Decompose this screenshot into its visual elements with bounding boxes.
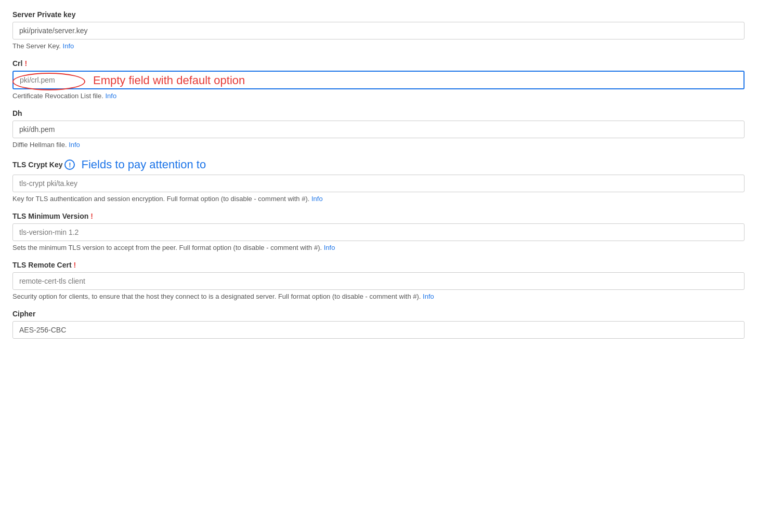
circle-exclamation-tls-crypt: !: [64, 159, 75, 170]
crl-input-container: Empty field with default option: [12, 71, 745, 89]
info-link-tls-crypt-key[interactable]: Info: [311, 195, 323, 203]
field-tls-remote-cert: TLS Remote Cert ! Security option for cl…: [12, 261, 745, 300]
info-link-crl[interactable]: Info: [105, 92, 116, 100]
desc-server-private-key: The Server Key. Info: [12, 42, 745, 50]
field-server-private-key: Server Private key The Server Key. Info: [12, 10, 745, 50]
input-crl[interactable]: [12, 71, 745, 89]
field-dh: Dh Diffie Hellman file. Info: [12, 109, 745, 149]
label-tls-remote-cert: TLS Remote Cert !: [12, 261, 745, 269]
label-tls-min-version: TLS Minimum Version !: [12, 212, 745, 220]
field-tls-crypt-key: TLS Crypt Key ! Fields to pay attention …: [12, 158, 745, 203]
info-link-tls-min-version[interactable]: Info: [324, 244, 335, 251]
exclamation-tls-min: !: [90, 212, 93, 220]
exclamation-tls-remote: !: [74, 261, 76, 269]
desc-tls-crypt-key: Key for TLS authentication and session e…: [12, 195, 745, 203]
info-link-tls-remote-cert[interactable]: Info: [423, 292, 434, 300]
label-crl: Crl !: [12, 59, 745, 68]
form-container: Server Private key The Server Key. Info …: [12, 10, 745, 339]
exclamation-crl: !: [24, 59, 27, 68]
field-crl: Crl ! Empty field with default option Ce…: [12, 59, 745, 100]
annotation-tls-crypt: Fields to pay attention to: [81, 158, 206, 171]
label-cipher: Cipher: [12, 310, 745, 318]
desc-dh: Diffie Hellman file. Info: [12, 141, 745, 149]
input-cipher[interactable]: [12, 321, 745, 339]
label-tls-crypt-key: TLS Crypt Key ! Fields to pay attention …: [12, 158, 745, 171]
desc-crl: Certificate Revocation List file. Info: [12, 92, 745, 100]
label-dh: Dh: [12, 109, 745, 117]
input-server-private-key[interactable]: [12, 22, 745, 39]
desc-tls-remote-cert: Security option for clients, to ensure t…: [12, 292, 745, 300]
info-link-server-private-key[interactable]: Info: [63, 42, 74, 50]
input-tls-min-version[interactable]: [12, 223, 745, 241]
field-cipher: Cipher: [12, 310, 745, 339]
desc-tls-min-version: Sets the minimum TLS version to accept f…: [12, 244, 745, 251]
label-server-private-key: Server Private key: [12, 10, 745, 19]
input-tls-crypt-key[interactable]: [12, 175, 745, 192]
input-dh[interactable]: [12, 121, 745, 138]
info-link-dh[interactable]: Info: [69, 141, 80, 149]
input-tls-remote-cert[interactable]: [12, 272, 745, 290]
field-tls-min-version: TLS Minimum Version ! Sets the minimum T…: [12, 212, 745, 251]
